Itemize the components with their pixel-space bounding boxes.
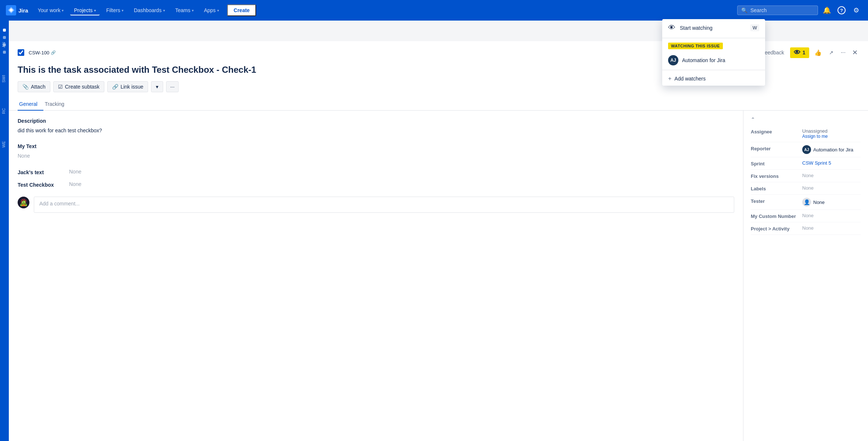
jacks-text-label: Jack's text	[18, 169, 69, 175]
eye-icon: 👁	[794, 49, 800, 57]
my-custom-number-value: None	[802, 213, 861, 218]
close-button[interactable]: ✕	[851, 47, 859, 58]
watch-eye-icon: 👁	[668, 24, 675, 32]
nav-apps-label: Apps	[204, 7, 216, 13]
attach-icon: 📎	[22, 84, 29, 90]
fix-versions-value: None	[802, 173, 861, 178]
sidebar-label-1[interactable]: AN	[0, 39, 7, 50]
subtask-icon: ☑	[58, 84, 63, 90]
tabs: General Tracking	[9, 98, 868, 111]
assignee-label: Assignee	[751, 128, 802, 135]
expand-button[interactable]: ▾	[151, 81, 163, 92]
nav-dashboards[interactable]: Dashboards ▾	[130, 5, 169, 15]
nav-filters[interactable]: Filters ▾	[103, 5, 127, 15]
search-icon: 🔍	[741, 7, 747, 13]
sidebar-dot	[3, 51, 6, 54]
attach-button[interactable]: 📎 Attach	[18, 81, 50, 92]
nav-projects-label: Projects	[74, 7, 93, 13]
sidebar-label-2[interactable]: SWI	[0, 72, 7, 86]
dropdown-divider-2	[662, 70, 765, 70]
sidebar-label-3[interactable]: RC	[0, 105, 7, 117]
more-options-button[interactable]: ···	[839, 48, 848, 57]
link-issue-label: Link issue	[121, 84, 143, 90]
tab-tracking[interactable]: Tracking	[43, 98, 70, 111]
tester-avatar-icon: 👤	[802, 198, 811, 207]
issue-checkbox[interactable]	[18, 49, 24, 56]
nav-projects[interactable]: Projects ▾	[70, 5, 100, 15]
share-button[interactable]: ↗	[827, 48, 836, 57]
reporter-value: AJ Automation for Jira	[802, 145, 861, 154]
link-issue-button[interactable]: 🔗 Link issue	[107, 81, 148, 92]
tab-general[interactable]: General	[18, 98, 43, 111]
sidebar-dot	[3, 29, 6, 32]
my-text-value: None	[18, 152, 734, 160]
logo-text: Jira	[18, 7, 28, 14]
link-icon[interactable]: 🔗	[51, 50, 56, 55]
user-avatar: 🧟	[18, 197, 29, 208]
test-checkbox-label: Test Checkbox	[18, 181, 69, 188]
labels-row: Labels None	[751, 182, 861, 195]
settings-button[interactable]: ⚙	[850, 4, 862, 16]
create-button[interactable]: Create	[227, 4, 257, 16]
nav-your-work-label: Your work	[38, 7, 61, 13]
jira-logo[interactable]: Jira	[6, 5, 28, 15]
add-watchers-label: Add watchers	[674, 76, 706, 82]
teams-chevron-icon: ▾	[192, 8, 194, 12]
nav-your-work[interactable]: Your work ▾	[34, 5, 68, 15]
reporter-row: Reporter AJ Automation for Jira	[751, 142, 861, 157]
page-content: CSW-100 🔗 📢 Give feedback 👁 1 👍 ↗ ··· ✕	[9, 41, 868, 441]
modal-body: Description did this work for each test …	[9, 111, 868, 441]
assignee-row: Assignee Unassigned Assign to me	[751, 125, 861, 142]
apps-chevron-icon: ▾	[217, 8, 219, 12]
jacks-text-row: Jack's text None	[18, 169, 734, 175]
like-button[interactable]: 👍	[812, 48, 824, 58]
start-watching-item[interactable]: 👁 Start watching W	[662, 19, 765, 36]
plus-icon: +	[668, 75, 671, 82]
bell-icon: 🔔	[823, 6, 831, 14]
link-issue-icon: 🔗	[112, 84, 118, 90]
your-work-chevron-icon: ▾	[62, 8, 64, 12]
watch-shortcut: W	[750, 24, 759, 31]
issue-id: CSW-100 🔗	[29, 50, 56, 55]
fix-versions-label: Fix versions	[751, 173, 802, 179]
notifications-button[interactable]: 🔔	[821, 4, 833, 16]
search-placeholder-text: Search	[750, 7, 767, 13]
nav-dashboards-label: Dashboards	[134, 7, 162, 13]
description-text: did this work for each test checkbox?	[18, 127, 734, 135]
filters-chevron-icon: ▾	[122, 8, 123, 12]
nav-apps[interactable]: Apps ▾	[200, 5, 223, 15]
project-activity-value: None	[802, 225, 861, 231]
reporter-avatar: AJ	[802, 145, 811, 154]
gear-icon: ⚙	[853, 6, 859, 14]
tester-name: None	[813, 200, 825, 205]
description-title: Description	[18, 118, 734, 124]
panel-collapse-icon[interactable]: ⌃	[751, 116, 755, 122]
test-checkbox-row: Test Checkbox None	[18, 181, 734, 188]
help-button[interactable]: ?	[836, 4, 847, 16]
add-watchers-button[interactable]: + Add watchers	[662, 72, 765, 86]
comment-input[interactable]: Add a comment...	[34, 197, 734, 213]
left-sidebar: AN SWI RC WE	[0, 21, 9, 441]
attach-label: Attach	[31, 84, 46, 90]
nav-teams[interactable]: Teams ▾	[172, 5, 197, 15]
more-toolbar-button[interactable]: ···	[166, 81, 179, 92]
fix-versions-row: Fix versions None	[751, 170, 861, 182]
sprint-value[interactable]: CSW Sprint 5	[802, 160, 861, 166]
issue-id-link[interactable]: CSW-100	[29, 50, 49, 55]
assign-to-me-link[interactable]: Assign to me	[802, 134, 861, 139]
my-text-title: My Text	[18, 143, 734, 149]
details-section: ⌃ Assignee Unassigned Assign to me Repor…	[751, 116, 861, 235]
svg-rect-1	[10, 9, 12, 11]
nav-filters-label: Filters	[106, 7, 120, 13]
main-content: Description did this work for each test …	[9, 111, 743, 441]
jacks-text-value: None	[69, 169, 81, 175]
watch-button[interactable]: 👁 1	[790, 47, 809, 58]
search-input[interactable]: 🔍 Search	[737, 6, 818, 15]
tester-label: Tester	[751, 198, 802, 204]
watch-dropdown: 👁 Start watching W WATCHING THIS ISSUE A…	[662, 19, 765, 86]
sidebar-label-4[interactable]: WE	[0, 138, 7, 151]
help-icon: ?	[837, 6, 846, 14]
test-checkbox-value: None	[69, 181, 81, 187]
nav-teams-label: Teams	[175, 7, 190, 13]
create-subtask-button[interactable]: ☑ Create subtask	[53, 81, 104, 92]
